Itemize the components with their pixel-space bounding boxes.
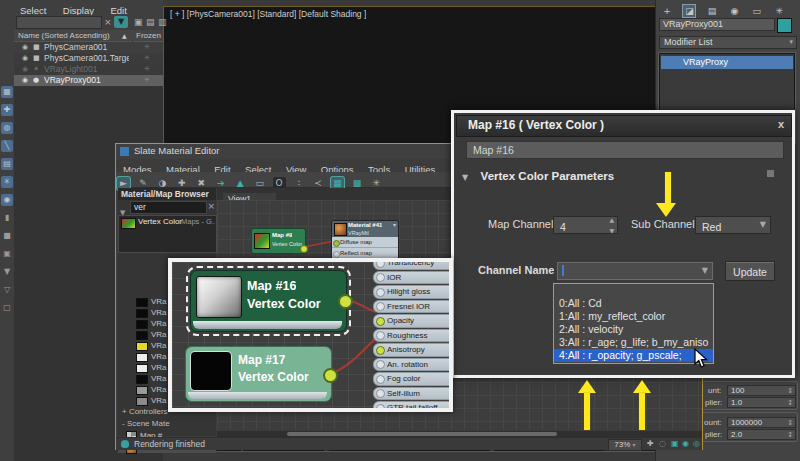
vertex-color-thumb-black[interactable]: [191, 352, 231, 390]
snaps-toggle-icon[interactable]: ▦: [1, 86, 13, 98]
toggle-layer-explorer-icon[interactable]: ■: [1, 230, 13, 242]
spinner-icon[interactable]: ↕: [787, 431, 793, 440]
input-socket[interactable]: [376, 331, 385, 340]
create-tab-icon[interactable]: +: [661, 5, 673, 17]
eye-icon[interactable]: ◉: [22, 53, 28, 64]
slot-gtr-tail-falloff[interactable]: GTR tail falloff: [373, 401, 450, 412]
spinner-down-icon[interactable]: ▼: [609, 227, 614, 234]
curve-editor-icon[interactable]: ▼: [1, 266, 13, 278]
edit-named-selections-icon[interactable]: ▤: [1, 158, 13, 170]
object-name[interactable]: VRayLight001: [44, 64, 129, 75]
angle-snap-icon[interactable]: ✚: [1, 104, 13, 116]
eye-icon[interactable]: ◉: [22, 64, 28, 75]
dropdown-item-0-all-cd[interactable]: 0:All : Cd: [554, 297, 713, 310]
browser-result-vertex-color[interactable]: Vertex Color Maps - G...: [119, 216, 216, 229]
explorer-header[interactable]: Name (Sorted Ascending) ▲ Frozen: [14, 30, 163, 42]
sort-arrow-icon[interactable]: ▲: [122, 30, 127, 41]
modifier-list-dropdown[interactable]: Modifier List ▾: [659, 36, 797, 49]
dialog-titlebar[interactable]: Map #16 ( Vertex Color ) x: [456, 115, 792, 137]
zoom-extents-selected-icon[interactable]: ◎: [693, 439, 700, 448]
dropdown-item-4-all-r-opacity[interactable]: 4:All : r_opacity; g_pscale;: [554, 349, 713, 362]
slot-an-rotation[interactable]: An. rotation: [373, 358, 450, 372]
lock-icon[interactable]: ▣: [134, 17, 143, 27]
rollout-header[interactable]: ▼ Vertex Color Parameters: [462, 166, 784, 180]
slot-fog-color[interactable]: Fog color: [373, 372, 450, 386]
explorer-row-vraylight001[interactable]: ◉ ☀ VRayLight001 ✳: [14, 64, 163, 75]
slot-fresnel-ior[interactable]: Fresnel IOR: [373, 300, 450, 314]
input-socket[interactable]: [376, 259, 385, 268]
pan-tool-icon[interactable]: ✚: [647, 439, 654, 448]
spinner-icon[interactable]: ↕: [787, 419, 793, 428]
node-map17[interactable]: Map #17 Vertex Color: [185, 346, 332, 402]
mirror-icon[interactable]: ✳: [1, 176, 13, 188]
eye-icon[interactable]: ◉: [22, 75, 28, 86]
display-tab-icon[interactable]: ▭: [751, 5, 763, 17]
hierarchy-tab-icon[interactable]: ▤: [706, 5, 718, 17]
input-socket[interactable]: [376, 288, 385, 297]
explorer-row-vrayproxy001[interactable]: ◉ ● VRayProxy001 ✳: [14, 75, 163, 86]
slot-translucency[interactable]: Translucency: [373, 258, 450, 270]
material-editor-icon[interactable]: □: [1, 302, 13, 314]
input-socket-connected[interactable]: [376, 317, 385, 326]
collapse-node-icon[interactable]: ▾: [393, 221, 396, 228]
result-name[interactable]: Vertex Color: [138, 217, 184, 226]
input-socket[interactable]: [376, 360, 385, 369]
explorer-row-physcamera001-target[interactable]: ◉ ■ PhysCamera001.Target ✳: [14, 53, 163, 64]
chevron-down-icon[interactable]: ▼: [702, 266, 708, 275]
param-spinner[interactable]: 100 ↕: [727, 385, 796, 396]
slot-ior[interactable]: IOR: [373, 271, 450, 285]
dropdown-item-3-all-r-age[interactable]: 3:All : r_age; g_life; b_my_aniso: [554, 336, 713, 349]
select-children-icon[interactable]: ▥: [158, 17, 167, 27]
map-name-field[interactable]: Map #16: [466, 141, 784, 159]
browser-header[interactable]: Material/Map Browser: [118, 188, 216, 200]
clear-search-icon[interactable]: ×: [104, 17, 112, 27]
input-socket[interactable]: [333, 251, 340, 258]
input-socket-connected[interactable]: [333, 240, 340, 247]
schematic-view-icon[interactable]: ▽: [1, 284, 13, 296]
browser-search-input[interactable]: ver: [130, 201, 207, 214]
zoom-extents-icon[interactable]: ◉: [682, 439, 689, 448]
param-spinner[interactable]: 2.0 ↕: [727, 429, 796, 440]
node-map9[interactable]: Map #9 Vertex Color: [251, 228, 306, 254]
object-name[interactable]: PhysCamera001.Target: [44, 53, 129, 64]
rollout-collapse-icon[interactable]: ▼: [462, 173, 468, 182]
dropdown-item-1-all-my-reflect-color[interactable]: 1:All : my_reflect_color: [554, 310, 713, 323]
modify-tab-icon[interactable]: ◪: [683, 5, 695, 17]
dropdown-item-blank[interactable]: [554, 284, 713, 297]
input-socket[interactable]: [376, 375, 385, 384]
percent-snap-icon[interactable]: ◍: [1, 122, 13, 134]
frozen-icon[interactable]: ✳: [144, 53, 150, 64]
explorer-row-physcamera001[interactable]: ◉ ■ PhysCamera001 ✳: [14, 42, 163, 53]
object-color-swatch[interactable]: [777, 18, 792, 33]
frozen-icon[interactable]: ✳: [144, 75, 150, 86]
pick-parent-icon[interactable]: ▤: [146, 17, 155, 27]
param-spinner[interactable]: 1000000 ↕: [727, 417, 796, 428]
zoom-region-icon[interactable]: ▣: [671, 439, 679, 448]
param-spinner[interactable]: 1.0 ↕: [727, 397, 796, 408]
spinner-icon[interactable]: ↕: [787, 399, 793, 408]
vertex-color-thumb-gradient[interactable]: [196, 276, 242, 318]
map-channel-spinner[interactable]: 4 ▲ ▼: [553, 216, 618, 234]
object-name-field[interactable]: VRayProxy001: [659, 18, 775, 31]
slot-diffuse-map[interactable]: Diffuse map: [332, 237, 399, 248]
name-column-header[interactable]: Name (Sorted Ascending): [18, 30, 118, 41]
toggle-scene-explorer-icon[interactable]: ▮: [1, 212, 13, 224]
section-scene-materials[interactable]: - Scene Mate: [118, 418, 220, 429]
slot-hilight-gloss[interactable]: Hilight gloss: [373, 285, 450, 299]
node-map16[interactable]: Map #16 Vertex Color: [190, 270, 347, 332]
channel-name-combobox[interactable]: ▼: [557, 262, 713, 280]
dropdown-item-2-all-velocity[interactable]: 2:All : velocity: [554, 323, 713, 336]
input-socket[interactable]: [376, 273, 385, 282]
align-icon[interactable]: ◉: [1, 194, 13, 206]
filter-icon[interactable]: ▼: [114, 16, 128, 28]
explorer-search-input[interactable]: [16, 16, 102, 29]
toggle-ribbon-icon[interactable]: ▣: [1, 248, 13, 260]
sub-channel-dropdown[interactable]: Red ▼: [695, 216, 771, 234]
input-socket[interactable]: [376, 404, 385, 413]
output-socket-connected[interactable]: [323, 368, 338, 383]
slot-opacity[interactable]: Opacity: [373, 314, 450, 328]
node-material41[interactable]: Material #41 VRayMtl ▾ Diffuse map Refle…: [331, 220, 399, 260]
update-button[interactable]: Update: [725, 261, 775, 281]
spinner-up-icon[interactable]: ▲: [609, 216, 614, 223]
output-socket[interactable]: [300, 245, 308, 253]
